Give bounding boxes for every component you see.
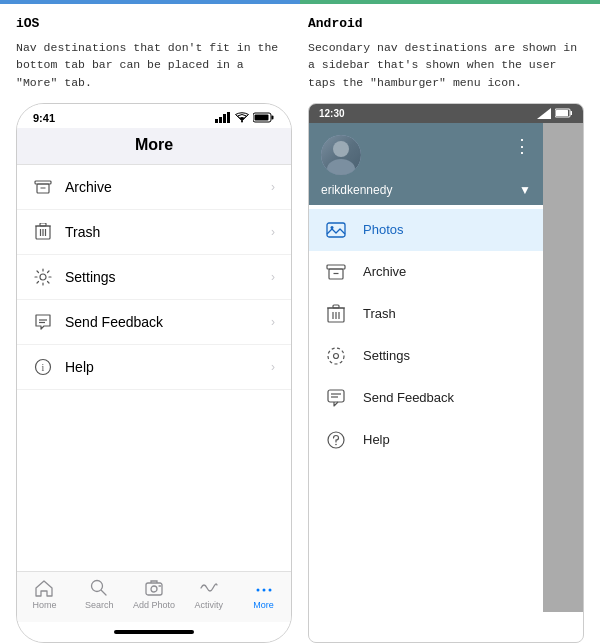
archive-icon <box>33 177 53 197</box>
ios-tab-bar: Home Search <box>17 571 291 622</box>
android-status-icons <box>537 108 573 119</box>
ios-menu-item-trash[interactable]: Trash › <box>17 210 291 255</box>
ios-menu-item-settings[interactable]: Settings › <box>17 255 291 300</box>
main-content: iOS Nav destinations that don't fit in t… <box>0 4 600 643</box>
help-icon: i <box>33 357 53 377</box>
android-battery-icon <box>555 108 573 118</box>
ios-archive-label: Archive <box>65 179 112 195</box>
tab-search-label: Search <box>85 600 114 610</box>
android-dropdown-icon[interactable]: ▼ <box>519 183 531 197</box>
svg-point-48 <box>328 348 344 364</box>
android-menu-item-archive[interactable]: Archive <box>309 251 543 293</box>
svg-rect-1 <box>219 117 222 123</box>
android-avatar <box>321 135 361 175</box>
svg-rect-38 <box>327 265 345 269</box>
ios-time: 9:41 <box>33 112 55 124</box>
android-signal-icon <box>537 108 551 119</box>
android-settings-label: Settings <box>363 348 410 363</box>
svg-rect-32 <box>571 111 573 115</box>
android-photos-label: Photos <box>363 222 403 237</box>
android-drawer-header: ⋮ erikdkennedy ▼ <box>309 123 543 205</box>
android-feedback-label: Send Feedback <box>363 390 454 405</box>
wifi-icon <box>235 112 249 123</box>
android-menu-list: Photos Archive <box>309 205 543 612</box>
ios-menu-item-help[interactable]: i Help › <box>17 345 291 390</box>
ios-feedback-label: Send Feedback <box>65 314 163 330</box>
svg-marker-30 <box>537 108 551 119</box>
ios-description: Nav destinations that don't fit in the b… <box>16 39 292 91</box>
tab-more[interactable]: More <box>236 578 291 610</box>
svg-point-17 <box>40 274 46 280</box>
settings-icon <box>325 345 347 367</box>
svg-rect-0 <box>215 119 218 123</box>
archive-icon <box>325 261 347 283</box>
svg-line-23 <box>102 591 107 596</box>
android-menu-item-help[interactable]: Help <box>309 419 543 461</box>
ios-home-indicator <box>17 622 291 642</box>
svg-rect-24 <box>146 583 162 595</box>
android-menu-item-feedback[interactable]: Send Feedback <box>309 377 543 419</box>
svg-rect-33 <box>556 110 568 116</box>
ios-trash-label: Trash <box>65 224 100 240</box>
svg-point-27 <box>256 589 259 592</box>
android-description: Secondary nav destinations are shown in … <box>308 39 584 91</box>
svg-rect-13 <box>40 223 46 226</box>
ios-menu-item-feedback[interactable]: Send Feedback › <box>17 300 291 345</box>
svg-text:i: i <box>42 362 45 373</box>
ios-phone-mockup: 9:41 <box>16 103 292 643</box>
svg-point-4 <box>241 121 243 123</box>
svg-point-29 <box>268 589 271 592</box>
svg-point-28 <box>262 589 265 592</box>
settings-icon <box>33 267 53 287</box>
trash-icon <box>33 222 53 242</box>
add-photo-icon <box>144 578 164 598</box>
tab-more-label: More <box>253 600 274 610</box>
tab-add-photo-label: Add Photo <box>133 600 175 610</box>
ios-status-icons <box>215 112 275 123</box>
tab-activity-label: Activity <box>195 600 224 610</box>
android-section: Android Secondary nav destinations are s… <box>308 16 584 643</box>
svg-rect-43 <box>333 305 339 308</box>
tab-home[interactable]: Home <box>17 578 72 610</box>
tab-search[interactable]: Search <box>72 578 127 610</box>
svg-rect-49 <box>328 390 344 402</box>
help-icon <box>325 429 347 451</box>
ios-more-title: More <box>135 136 173 153</box>
ios-menu-list: Archive › <box>17 165 291 571</box>
ios-help-label: Help <box>65 359 94 375</box>
tab-add-photo[interactable]: Add Photo <box>127 578 182 610</box>
android-account-name: erikdkennedy <box>321 183 392 197</box>
android-menu-item-settings[interactable]: Settings <box>309 335 543 377</box>
android-help-label: Help <box>363 432 390 447</box>
tab-activity[interactable]: Activity <box>181 578 236 610</box>
android-time: 12:30 <box>319 108 345 119</box>
android-bottom-bar <box>309 612 583 642</box>
svg-point-34 <box>333 141 349 157</box>
chevron-icon: › <box>271 360 275 374</box>
android-menu-item-trash[interactable]: Trash <box>309 293 543 335</box>
ios-home-bar <box>114 630 194 634</box>
android-title: Android <box>308 16 584 31</box>
ios-status-bar: 9:41 <box>17 104 291 128</box>
svg-point-22 <box>92 581 103 592</box>
svg-rect-7 <box>255 115 269 121</box>
chevron-icon: › <box>271 180 275 194</box>
ios-menu-item-archive[interactable]: Archive › <box>17 165 291 210</box>
svg-rect-3 <box>227 112 230 123</box>
android-phone-mockup: 12:30 <box>308 103 584 643</box>
feedback-icon <box>33 312 53 332</box>
android-overflow-icon[interactable]: ⋮ <box>513 135 531 157</box>
android-menu-item-photos[interactable]: Photos <box>309 209 543 251</box>
svg-rect-6 <box>272 116 274 120</box>
activity-icon <box>199 578 219 598</box>
feedback-icon <box>325 387 347 409</box>
trash-icon <box>325 303 347 325</box>
svg-point-53 <box>335 443 337 445</box>
svg-point-25 <box>151 586 157 592</box>
svg-point-35 <box>327 159 355 175</box>
tab-home-label: Home <box>32 600 56 610</box>
more-dots-icon <box>254 578 274 598</box>
android-trash-label: Trash <box>363 306 396 321</box>
chevron-icon: › <box>271 225 275 239</box>
signal-icon <box>215 112 231 123</box>
